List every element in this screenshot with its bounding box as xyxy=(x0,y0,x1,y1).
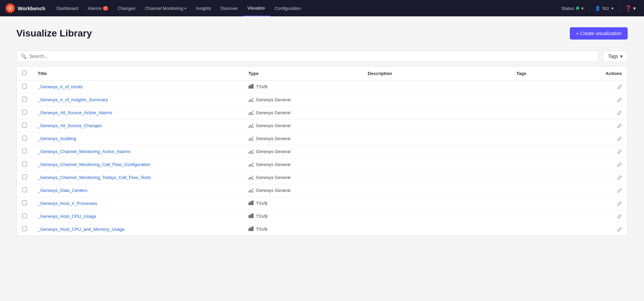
nav-item-channel-monitoring[interactable]: Channel Monitoring ▾ xyxy=(140,0,191,16)
status-button[interactable]: Status ▾ xyxy=(559,4,586,12)
nav-item-discover[interactable]: Discover xyxy=(216,0,243,16)
row-actions-cell xyxy=(600,106,627,119)
row-checkbox[interactable] xyxy=(22,149,27,153)
row-checkbox[interactable] xyxy=(22,226,27,231)
svg-rect-15 xyxy=(252,201,253,205)
row-type-cell: Genesys General xyxy=(243,171,362,184)
row-checkbox[interactable] xyxy=(22,213,27,218)
nav-item-alarms[interactable]: Alarms 2 xyxy=(83,0,113,16)
brand[interactable]: Workbench xyxy=(5,3,46,13)
edit-button[interactable] xyxy=(606,123,622,128)
tags-filter-button[interactable]: Tags ▾ xyxy=(603,50,628,62)
row-checkbox-cell xyxy=(17,171,32,184)
user-button[interactable]: 👤 fizz ▾ xyxy=(592,4,616,12)
svg-point-1 xyxy=(9,7,11,9)
row-title-link[interactable]: _Genesys_#_of_Hosts xyxy=(38,84,83,89)
row-title-link[interactable]: _Genesys_Channel_Monitoring_Todays_Call_… xyxy=(38,175,151,180)
status-dot xyxy=(576,6,579,10)
line-chart-icon xyxy=(248,97,254,103)
row-actions-cell xyxy=(600,145,627,158)
svg-rect-3 xyxy=(251,85,252,88)
visualizations-table-container: Title Type Description Tags Actions _Gen… xyxy=(16,66,628,236)
search-row: 🔍 Tags ▾ xyxy=(16,50,628,62)
row-tags-cell xyxy=(511,119,600,132)
edit-button[interactable] xyxy=(606,162,622,167)
row-type-cell: Genesys General xyxy=(243,106,362,119)
table-row: _Genesys_Host_#_Processes TSVB xyxy=(17,197,627,210)
search-input[interactable] xyxy=(29,54,594,59)
row-title-link[interactable]: _Genesys_Host_#_Processes xyxy=(38,201,97,206)
edit-button[interactable] xyxy=(606,149,622,154)
nav-item-visualize[interactable]: Visualize xyxy=(243,0,270,16)
edit-button[interactable] xyxy=(606,214,622,219)
row-checkbox[interactable] xyxy=(22,97,27,102)
edit-button[interactable] xyxy=(606,110,622,115)
row-type-cell: Genesys General xyxy=(243,184,362,197)
row-checkbox[interactable] xyxy=(22,123,27,127)
row-tags-cell xyxy=(511,80,600,93)
brand-name: Workbench xyxy=(18,5,45,11)
row-description-cell xyxy=(362,223,511,236)
row-type-label: Genesys General xyxy=(256,97,290,102)
edit-button[interactable] xyxy=(606,97,622,102)
row-checkbox-cell xyxy=(17,119,32,132)
row-description-cell xyxy=(362,106,511,119)
edit-button[interactable] xyxy=(606,85,622,89)
svg-rect-12 xyxy=(248,192,254,192)
row-checkbox-cell xyxy=(17,158,32,171)
line-chart-icon xyxy=(248,149,254,154)
row-title-link[interactable]: _Genesys_Host_CPU_Usage xyxy=(38,214,96,219)
edit-button[interactable] xyxy=(606,201,622,206)
table-body: _Genesys_#_of_Hosts TSVB _Genesys_#_of_I… xyxy=(17,80,627,236)
row-actions-cell xyxy=(600,119,627,132)
edit-button[interactable] xyxy=(606,188,622,193)
nav-divider-2 xyxy=(619,4,619,12)
row-type-cell: Genesys General xyxy=(243,119,362,132)
row-checkbox[interactable] xyxy=(22,84,27,89)
edit-button[interactable] xyxy=(606,227,622,232)
col-header-description: Description xyxy=(362,66,511,80)
nav-item-changes[interactable]: Changes xyxy=(113,0,140,16)
row-tags-cell xyxy=(511,106,600,119)
table-row: _Genesys_#_of_Hosts TSVB xyxy=(17,80,627,93)
row-type-label: Genesys General xyxy=(256,123,290,128)
main-content: Visualize Library + Create visualization… xyxy=(0,16,644,301)
row-actions-cell xyxy=(600,80,627,93)
table-row: _Genesys_Channel_Monitoring_Todays_Call_… xyxy=(17,171,627,184)
col-header-type: Type xyxy=(243,66,362,80)
row-title-link[interactable]: _Genesys_Host_CPU_and_Memory_Usage xyxy=(38,227,125,232)
row-title-link[interactable]: _Genesys_Auditing xyxy=(38,136,76,141)
row-checkbox[interactable] xyxy=(22,175,27,179)
brand-logo xyxy=(5,3,15,13)
row-title-link[interactable]: _Genesys_All_Source_Active_Alarms xyxy=(38,110,112,115)
row-type-label: Genesys General xyxy=(256,136,290,141)
nav-item-insights[interactable]: Insights xyxy=(191,0,216,16)
row-checkbox-cell xyxy=(17,145,32,158)
search-box: 🔍 xyxy=(16,50,599,62)
edit-button[interactable] xyxy=(606,136,622,141)
select-all-checkbox[interactable] xyxy=(22,71,27,75)
row-title-link[interactable]: _Genesys_Data_Centers xyxy=(38,188,87,193)
row-checkbox[interactable] xyxy=(22,136,27,140)
nav-item-dashboard[interactable]: Dashboard xyxy=(52,0,83,16)
row-title-link[interactable]: _Genesys_All_Source_Changes xyxy=(38,123,102,128)
row-checkbox[interactable] xyxy=(22,110,27,115)
row-checkbox[interactable] xyxy=(22,187,27,192)
edit-button[interactable] xyxy=(606,175,622,180)
nav-item-configuration[interactable]: Configuration xyxy=(270,0,306,16)
svg-rect-7 xyxy=(248,127,254,127)
create-visualization-button[interactable]: + Create visualization xyxy=(570,27,628,40)
svg-rect-21 xyxy=(252,227,253,231)
row-title-link[interactable]: _Genesys_Channel_Monitoring_Call_Flow_Co… xyxy=(38,162,150,167)
row-title-link[interactable]: _Genesys_Channel_Monitoring_Active_Alarm… xyxy=(38,149,130,154)
row-checkbox[interactable] xyxy=(22,162,27,166)
row-type-cell: Genesys General xyxy=(243,93,362,106)
row-type-cell: Genesys General xyxy=(243,158,362,171)
row-type-cell: Genesys General xyxy=(243,145,362,158)
row-type-label: Genesys General xyxy=(256,149,290,154)
help-button[interactable]: ❓ ▾ xyxy=(622,4,639,13)
row-type-label: Genesys General xyxy=(256,110,290,115)
row-checkbox[interactable] xyxy=(22,200,27,205)
svg-rect-11 xyxy=(248,179,254,179)
row-title-link[interactable]: _Genesys_#_of_Insights_Summary xyxy=(38,97,108,102)
